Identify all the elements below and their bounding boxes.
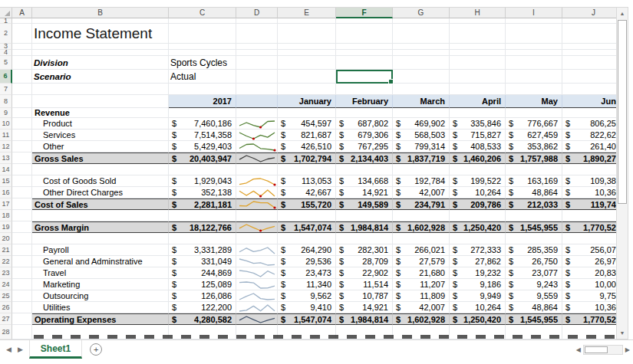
cell-J20[interactable] [562,233,616,244]
cell-J22[interactable]: $26,970 [562,256,616,267]
cell-A5[interactable] [12,56,32,70]
cell-C7[interactable] [169,84,236,95]
cell-I3[interactable] [506,44,562,50]
cell-J9[interactable] [562,108,616,118]
cell-C24[interactable]: $125,089 [169,279,236,290]
cell-E12[interactable]: $426,510 [278,141,336,152]
cell-C19[interactable]: $18,122,766 [169,221,236,233]
hscroll-right-button[interactable]: ▶ [625,346,630,353]
tab-nav-right-button[interactable]: ▶ [18,346,23,353]
cell-F15[interactable]: $134,668 [336,175,393,187]
row-header-15[interactable]: 15 [0,175,12,187]
row-header-12[interactable]: 12 [0,141,12,152]
cell-E8[interactable]: January [278,95,336,108]
cell-C20[interactable] [169,233,236,244]
cell-E10[interactable]: $454,597 [278,118,336,130]
cell-H5[interactable] [450,56,506,70]
cell-H6[interactable] [450,70,506,84]
column-header-D[interactable]: D [236,8,278,18]
cell-J10[interactable]: $806,250 [562,118,616,130]
vertical-scrollbar[interactable]: ▲ ▼ [616,7,628,339]
cell-G15[interactable]: $192,784 [393,175,450,187]
cell-C10[interactable]: $7,460,186 [169,118,236,130]
cell-I19[interactable]: $1,545,955 [506,221,562,233]
cell-D14[interactable] [236,164,278,175]
cell-G4[interactable] [393,50,450,56]
cell-C22[interactable]: $331,049 [169,256,236,267]
tab-nav-left-button[interactable]: ◀ [6,346,12,353]
cell-D24[interactable] [236,279,278,290]
cell-C15[interactable]: $1,929,043 [169,175,236,187]
cell-J1[interactable] [562,18,616,24]
cell-G26[interactable]: $42,007 [393,302,450,313]
cell-A18[interactable] [12,210,32,221]
cell-F7[interactable] [336,84,393,95]
cell-E3[interactable] [278,44,336,50]
row-header-17[interactable]: 17 [0,198,12,210]
cell-J26[interactable]: $10,360 [562,302,616,313]
cell-C12[interactable]: $5,429,403 [169,141,236,152]
cell-A9[interactable] [12,108,32,118]
row-header-2[interactable]: 2 [0,24,12,44]
cell-J24[interactable]: $10,000 [562,279,616,290]
cell-H7[interactable] [450,84,506,95]
cell-A17[interactable] [12,198,32,210]
cell-F11[interactable]: $679,306 [336,130,393,141]
cell-D9[interactable] [236,108,278,118]
cell-E20[interactable] [278,233,336,244]
active-cell[interactable] [336,70,393,84]
cell-B4[interactable] [32,50,169,56]
cell-J25[interactable]: $9,750 [562,290,616,302]
hscroll-left-button[interactable]: ◀ [576,346,581,353]
cell-C9[interactable] [169,108,236,118]
row-header-18[interactable]: 18 [0,210,12,221]
horizontal-scroll-track[interactable] [583,345,623,355]
cell-I9[interactable] [506,108,562,118]
cell-C23[interactable]: $244,869 [169,267,236,279]
row-header-23[interactable]: 23 [0,267,12,279]
cell-E27[interactable]: $1,547,074 [278,313,336,325]
cell-E18[interactable] [278,210,336,221]
cell-J17[interactable]: $119,740 [562,198,616,210]
cell-F13[interactable]: $2,134,403 [336,152,393,164]
cell-I21[interactable]: $285,359 [506,244,562,256]
cell-D25[interactable] [236,290,278,302]
cell-D5[interactable] [236,56,278,70]
cell-C3[interactable] [169,44,236,50]
row-header-28[interactable]: 28 [0,325,12,339]
cell-B17[interactable]: Cost of Sales [32,198,169,210]
cell-E6[interactable] [278,70,336,84]
cell-I23[interactable]: $23,077 [506,267,562,279]
cell-E2[interactable] [278,24,336,44]
cell-F9[interactable] [336,108,393,118]
cell-H24[interactable]: $9,186 [450,279,506,290]
cell-C1[interactable] [169,18,236,24]
row-header-11[interactable]: 11 [0,130,12,141]
column-header-H[interactable]: H [450,8,506,18]
cell-I2[interactable] [506,24,562,44]
cell-F3[interactable] [336,44,393,50]
cell-G20[interactable] [393,233,450,244]
cell-E23[interactable]: $23,473 [278,267,336,279]
cell-J12[interactable]: $261,400 [562,141,616,152]
cell-G13[interactable]: $1,837,719 [393,152,450,164]
cell-F2[interactable] [336,24,393,44]
cell-H17[interactable]: $209,786 [450,198,506,210]
cell-D18[interactable] [236,210,278,221]
cell-I26[interactable]: $48,864 [506,302,562,313]
cell-I1[interactable] [506,18,562,24]
cell-G1[interactable] [393,18,450,24]
cell-E16[interactable]: $42,667 [278,187,336,198]
cell-F22[interactable]: $28,709 [336,256,393,267]
cell-I10[interactable]: $776,667 [506,118,562,130]
cell-B15[interactable]: Cost of Goods Sold [32,175,169,187]
cell-A3[interactable] [12,44,32,50]
cell-D7[interactable] [236,84,278,95]
cell-E13[interactable]: $1,702,794 [278,152,336,164]
cell-F25[interactable]: $10,787 [336,290,393,302]
cell-E7[interactable] [278,84,336,95]
cell-J14[interactable] [562,164,616,175]
cell-A4[interactable] [12,50,32,56]
cell-H1[interactable] [450,18,506,24]
cell-I4[interactable] [506,50,562,56]
